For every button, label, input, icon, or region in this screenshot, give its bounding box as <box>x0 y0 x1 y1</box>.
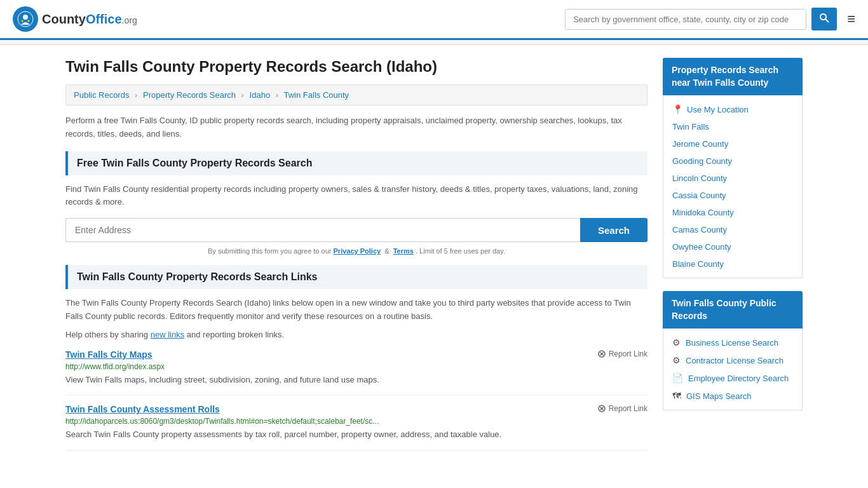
sidebar-business-license[interactable]: ⚙ Business License Search <box>663 334 802 351</box>
links-section-heading: Twin Falls County Property Records Searc… <box>65 265 648 289</box>
resource-item-header-2: Twin Falls County Assessment Rolls Repor… <box>65 404 648 414</box>
breadcrumb-twin-falls[interactable]: Twin Falls County <box>283 90 349 100</box>
sidebar-nearby-jerome[interactable]: Jerome County <box>663 135 802 152</box>
page-title: Twin Falls County Property Records Searc… <box>65 58 648 76</box>
sidebar-nearby-cassia[interactable]: Cassia County <box>663 187 802 204</box>
sidebar-gis-maps[interactable]: 🗺 GIS Maps Search <box>663 387 802 405</box>
resource-desc-2: Search Twin Falls County property assess… <box>65 428 648 441</box>
svg-point-3 <box>28 20 30 22</box>
address-search-button[interactable]: Search <box>580 218 648 242</box>
sidebar-nearby-body: 📍 Use My Location Twin Falls Jerome Coun… <box>663 95 803 278</box>
breadcrumb: Public Records › Property Records Search… <box>65 85 648 105</box>
logo-icon <box>13 6 38 32</box>
free-search-heading: Free Twin Falls County Property Records … <box>65 151 648 175</box>
address-search-input[interactable] <box>65 218 580 242</box>
svg-line-5 <box>825 19 829 22</box>
svg-point-2 <box>22 20 24 22</box>
privacy-policy-link[interactable]: Privacy Policy <box>334 247 381 255</box>
sidebar-nearby-blaine[interactable]: Blaine County <box>663 255 802 273</box>
gear-icon-2: ⚙ <box>672 355 681 365</box>
breadcrumb-idaho[interactable]: Idaho <box>250 90 271 100</box>
breadcrumb-public-records[interactable]: Public Records <box>74 90 129 100</box>
pin-icon: 📍 <box>672 104 683 114</box>
header-search-button[interactable] <box>811 8 837 30</box>
sidebar-nearby-gooding[interactable]: Gooding County <box>663 152 802 170</box>
sidebar-contractor-license[interactable]: ⚙ Contractor License Search <box>663 351 802 369</box>
form-disclaimer: By submitting this form you agree to our… <box>65 247 648 255</box>
sidebar-nearby-twin-falls[interactable]: Twin Falls <box>663 118 802 135</box>
resource-title-1[interactable]: Twin Falls City Maps <box>65 349 153 360</box>
svg-point-4 <box>820 14 826 20</box>
logo-text: CountyOffice.org <box>42 12 137 27</box>
doc-icon: 📄 <box>672 373 683 383</box>
resource-url-2[interactable]: http://idahoparcels.us:8060/gm3/desktop/… <box>65 417 648 426</box>
new-links-link[interactable]: new links <box>151 330 184 339</box>
resource-desc-1: View Twin Falls maps, including street, … <box>65 374 648 386</box>
svg-point-1 <box>23 15 28 20</box>
resource-url-1[interactable]: http://www.tfid.org/index.aspx <box>65 362 648 371</box>
sidebar-public-records-heading: Twin Falls County Public Records <box>663 291 803 329</box>
resource-item-2: Twin Falls County Assessment Rolls Repor… <box>65 404 648 451</box>
intro-text: Perform a free Twin Falls County, ID pub… <box>65 114 648 141</box>
links-section-desc: The Twin Falls County Property Records S… <box>65 297 648 323</box>
resource-title-2[interactable]: Twin Falls County Assessment Rolls <box>65 404 220 414</box>
header-search-area: ≡ <box>565 8 855 30</box>
sidebar-use-my-location[interactable]: 📍 Use My Location <box>663 100 802 118</box>
address-search-form: Search <box>65 218 648 242</box>
content-area: Twin Falls County Property Records Searc… <box>65 58 648 459</box>
report-link-1[interactable]: Report Link <box>597 349 648 358</box>
breadcrumb-property-records[interactable]: Property Records Search <box>143 90 236 100</box>
sidebar-nearby-minidoka[interactable]: Minidoka County <box>663 204 802 221</box>
sidebar-nearby-camas[interactable]: Camas County <box>663 221 802 238</box>
sidebar: Property Records Search near Twin Falls … <box>663 58 803 459</box>
map-icon: 🗺 <box>672 391 681 401</box>
links-share-text: Help others by sharing new links and rep… <box>65 330 648 339</box>
sidebar-nearby-owyhee[interactable]: Owyhee County <box>663 238 802 255</box>
logo-area: CountyOffice.org <box>13 6 137 32</box>
header-menu-button[interactable]: ≡ <box>847 11 855 27</box>
main-container: Twin Falls County Property Records Searc… <box>53 45 815 472</box>
resource-item: Twin Falls City Maps Report Link http://… <box>65 349 648 396</box>
top-nav-bar <box>0 40 868 45</box>
gear-icon-1: ⚙ <box>672 337 681 348</box>
terms-link[interactable]: Terms <box>393 247 414 255</box>
sidebar-public-records-section: Twin Falls County Public Records ⚙ Busin… <box>663 291 803 410</box>
site-header: CountyOffice.org ≡ <box>0 0 868 40</box>
report-link-2[interactable]: Report Link <box>597 404 648 413</box>
free-search-desc: Find Twin Falls County residential prope… <box>65 183 648 210</box>
header-search-input[interactable] <box>565 9 806 30</box>
resource-item-header: Twin Falls City Maps Report Link <box>65 349 648 360</box>
sidebar-nearby-heading: Property Records Search near Twin Falls … <box>663 58 803 95</box>
sidebar-nearby-section: Property Records Search near Twin Falls … <box>663 58 803 278</box>
sidebar-nearby-lincoln[interactable]: Lincoln County <box>663 170 802 187</box>
sidebar-employee-directory[interactable]: 📄 Employee Directory Search <box>663 369 802 387</box>
sidebar-public-records-body: ⚙ Business License Search ⚙ Contractor L… <box>663 329 803 410</box>
